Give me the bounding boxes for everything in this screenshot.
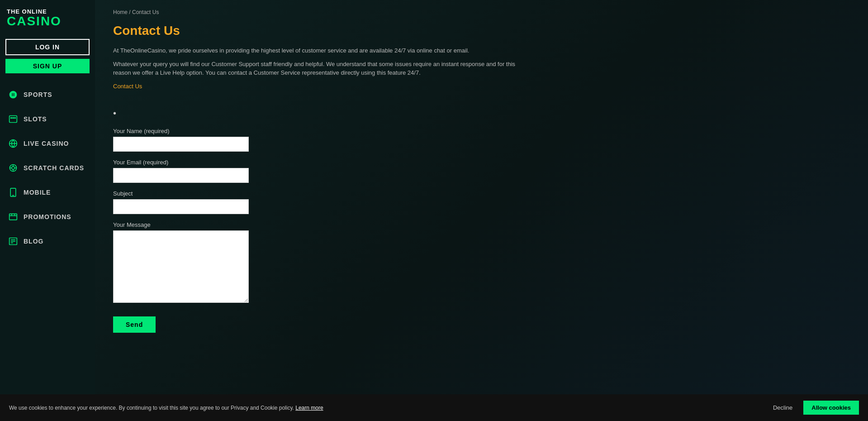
cookie-message: We use cookies to enhance your experienc… <box>9 405 294 411</box>
email-input[interactable] <box>113 168 249 183</box>
svg-rect-1 <box>10 117 12 119</box>
message-field-group: Your Message <box>113 221 357 305</box>
sidebar-item-mobile[interactable]: MOBILE <box>0 180 95 205</box>
form-bullet: • <box>113 108 357 119</box>
intro-paragraph-1: At TheOnlineCasino, we pride ourselves i… <box>113 46 520 55</box>
svg-point-5 <box>12 167 15 170</box>
slots-icon <box>8 114 18 124</box>
scratch-cards-icon <box>8 163 18 173</box>
sidebar-item-scratch-cards[interactable]: SCRATCH CARDS <box>0 156 95 180</box>
svg-rect-0 <box>9 116 17 123</box>
breadcrumb-home[interactable]: Home <box>113 9 128 15</box>
sidebar-item-promotions[interactable]: PROMOTIONS <box>0 205 95 229</box>
email-label: Your Email (required) <box>113 159 357 166</box>
subject-input[interactable] <box>113 199 249 214</box>
sidebar-item-sports-label: SPORTS <box>24 91 52 98</box>
logo-bottom: CASINO <box>7 15 88 28</box>
sidebar-item-mobile-label: MOBILE <box>24 189 51 196</box>
intro-paragraph-2: Whatever your query you will find our Cu… <box>113 60 520 77</box>
mobile-icon <box>8 187 18 197</box>
cookie-text: We use cookies to enhance your experienc… <box>9 405 762 411</box>
sidebar-item-scratch-cards-label: SCRATCH CARDS <box>24 164 84 172</box>
sidebar: THE ONLINE CASINO LOG IN SIGN UP SPORTS <box>0 0 95 421</box>
cookie-bar: We use cookies to enhance your experienc… <box>0 394 868 421</box>
sidebar-item-promotions-label: PROMOTIONS <box>24 213 71 220</box>
svg-rect-3 <box>14 117 16 119</box>
name-field-group: Your Name (required) <box>113 128 357 152</box>
sports-icon <box>8 90 18 100</box>
svg-rect-2 <box>12 117 14 119</box>
sidebar-item-slots-label: SLOTS <box>24 115 47 123</box>
signup-button[interactable]: SIGN UP <box>5 59 90 73</box>
name-input[interactable] <box>113 137 249 152</box>
breadcrumb-current: Contact Us <box>132 9 159 15</box>
email-field-group: Your Email (required) <box>113 159 357 183</box>
live-casino-icon <box>8 139 18 148</box>
send-button[interactable]: Send <box>113 316 156 333</box>
message-textarea[interactable] <box>113 230 249 303</box>
blog-icon <box>8 236 18 246</box>
decline-button[interactable]: Decline <box>767 402 799 414</box>
message-label: Your Message <box>113 221 357 228</box>
breadcrumb: Home / Contact Us <box>113 9 850 15</box>
cookie-learn-more[interactable]: Learn more <box>295 405 323 411</box>
subject-label: Subject <box>113 190 357 197</box>
main-content: Home / Contact Us Contact Us At TheOnlin… <box>95 0 868 421</box>
page-title: Contact Us <box>113 24 850 38</box>
auth-buttons: LOG IN SIGN UP <box>0 34 95 78</box>
subject-field-group: Subject <box>113 190 357 214</box>
sidebar-item-blog[interactable]: BLOG <box>0 229 95 254</box>
login-button[interactable]: LOG IN <box>5 39 90 55</box>
contact-us-link[interactable]: Contact Us <box>113 83 142 90</box>
promotions-icon <box>8 212 18 222</box>
logo-area: THE ONLINE CASINO <box>0 0 95 34</box>
sidebar-item-blog-label: BLOG <box>24 238 43 245</box>
sidebar-item-sports[interactable]: SPORTS <box>0 82 95 107</box>
sidebar-item-slots[interactable]: SLOTS <box>0 107 95 131</box>
sidebar-item-live-casino[interactable]: LIVE CASINO <box>0 131 95 156</box>
contact-form-section: • Your Name (required) Your Email (requi… <box>113 108 357 333</box>
name-label: Your Name (required) <box>113 128 357 134</box>
nav-menu: SPORTS SLOTS <box>0 82 95 254</box>
svg-rect-12 <box>9 214 17 220</box>
allow-cookies-button[interactable]: Allow cookies <box>803 401 859 415</box>
sidebar-item-live-casino-label: LIVE CASINO <box>24 140 69 147</box>
